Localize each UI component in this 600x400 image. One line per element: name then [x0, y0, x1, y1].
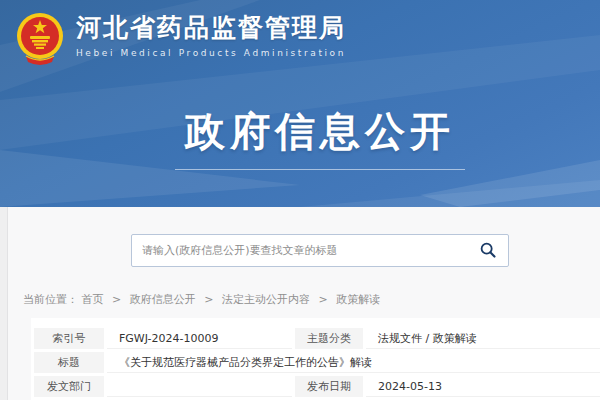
breadcrumb-policy-interpretation[interactable]: 政策解读: [336, 293, 380, 306]
search-input[interactable]: [142, 244, 478, 257]
table-row: 标题 《关于规范医疗器械产品分类界定工作的公告》解读: [34, 352, 600, 373]
index-number-value: FGWJ-2024-10009: [107, 328, 292, 349]
title-value: 《关于规范医疗器械产品分类界定工作的公告》解读: [107, 352, 600, 373]
blue-header-area: 河北省药品监督管理局 Hebei Medical Products Admini…: [0, 0, 600, 207]
breadcrumb-prefix: 当前位置：: [23, 293, 78, 306]
org-titles: 河北省药品监督管理局 Hebei Medical Products Admini…: [76, 10, 346, 58]
national-emblem-icon: [16, 10, 64, 70]
table-row: 索引号 FGWJ-2024-10009 主题分类 法规文件 / 政策解读: [34, 328, 600, 349]
topic-category-label: 主题分类: [295, 328, 363, 349]
issuing-department-value: [107, 376, 292, 397]
breadcrumb: 当前位置： 首页 > 政府信息公开 > 法定主动公开内容 > 政策解读: [23, 292, 380, 307]
publish-date-label: 发布日期: [295, 376, 363, 397]
issuing-department-label: 发文部门: [34, 376, 104, 397]
search-box[interactable]: [131, 234, 509, 267]
publish-date-value: 2024-05-13: [366, 376, 600, 397]
content-inner: 当前位置： 首页 > 政府信息公开 > 法定主动公开内容 > 政策解读 索引号 …: [7, 207, 600, 400]
banner-underline: [175, 169, 465, 170]
org-name-en: Hebei Medical Products Administration: [76, 48, 346, 58]
breadcrumb-gov-info[interactable]: 政府信息公开: [130, 293, 196, 306]
index-number-label: 索引号: [34, 328, 104, 349]
breadcrumb-separator: >: [112, 293, 121, 306]
org-name-cn: 河北省药品监督管理局: [76, 14, 346, 43]
title-label: 标题: [34, 352, 104, 373]
document-info-panel: 索引号 FGWJ-2024-10009 主题分类 法规文件 / 政策解读 标题 …: [31, 318, 600, 400]
content-area: 当前位置： 首页 > 政府信息公开 > 法定主动公开内容 > 政策解读 索引号 …: [0, 207, 600, 400]
banner-title: 政府信息公开: [185, 104, 455, 159]
topic-category-value: 法规文件 / 政策解读: [366, 328, 600, 349]
table-row: 发文部门 发布日期 2024-05-13: [34, 376, 600, 397]
site-header: 河北省药品监督管理局 Hebei Medical Products Admini…: [16, 10, 346, 70]
breadcrumb-home[interactable]: 首页: [82, 293, 104, 306]
breadcrumb-separator: >: [318, 293, 327, 306]
page: 河北省药品监督管理局 Hebei Medical Products Admini…: [0, 0, 600, 400]
document-info-table: 索引号 FGWJ-2024-10009 主题分类 法规文件 / 政策解读 标题 …: [31, 325, 600, 400]
search-icon: [479, 241, 497, 259]
search-button[interactable]: [478, 241, 498, 261]
breadcrumb-separator: >: [204, 293, 213, 306]
breadcrumb-disclosure-content[interactable]: 法定主动公开内容: [222, 293, 310, 306]
